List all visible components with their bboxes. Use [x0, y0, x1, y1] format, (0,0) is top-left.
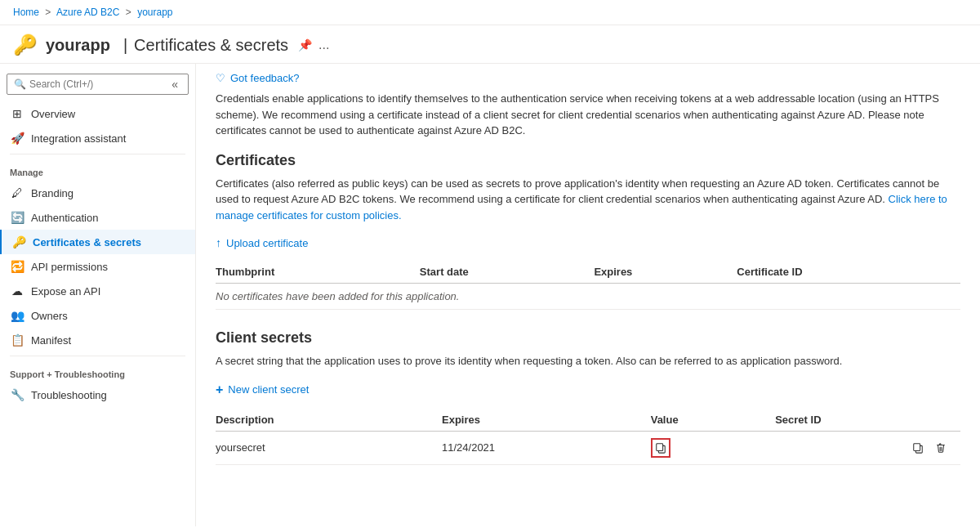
client-secrets-table: Description Expires Value Secret ID your…: [216, 407, 960, 465]
sidebar-item-troubleshooting[interactable]: 🔧 Troubleshooting: [0, 383, 195, 407]
integration-icon: 🚀: [10, 132, 24, 145]
sidebar-item-authentication[interactable]: 🔄 Authentication: [0, 205, 195, 230]
search-icon: 🔍: [14, 78, 26, 90]
feedback-heart-icon: ♡: [216, 72, 225, 84]
copy-secret-id-icon[interactable]: [908, 438, 928, 458]
app-name: yourapp: [46, 36, 110, 55]
client-secrets-description: A secret string that the application use…: [216, 353, 951, 369]
sidebar-label-integration: Integration assistant: [31, 132, 126, 145]
col-certificate-id: Certificate ID: [737, 259, 960, 284]
title-separator: |: [123, 36, 127, 55]
page-header: 🔑 yourapp | Certificates & secrets 📌 ...: [0, 25, 980, 64]
auth-icon: 🔄: [10, 211, 24, 224]
plus-icon: +: [216, 383, 223, 397]
support-section-title: Support + Troubleshooting: [0, 360, 195, 383]
certificates-icon: 🔑: [11, 235, 26, 248]
secret-value: [651, 431, 775, 464]
key-icon: 🔑: [13, 34, 38, 56]
col-expires: Expires: [442, 407, 651, 432]
breadcrumb: Home > Azure AD B2C > yourapp: [0, 0, 980, 25]
breadcrumb-yourapp[interactable]: yourapp: [137, 7, 172, 18]
no-certificates-message: No certificates have been added for this…: [216, 284, 960, 310]
col-description: Description: [216, 407, 442, 432]
sidebar-item-manifest[interactable]: 📋 Manifest: [0, 328, 195, 352]
pin-icon[interactable]: 📌: [298, 38, 312, 51]
owners-icon: 👥: [10, 309, 24, 322]
troubleshooting-icon: 🔧: [10, 388, 24, 401]
main-layout: 🔍 « ⊞ Overview 🚀 Integration assistant M…: [0, 64, 980, 526]
intro-description: Credentials enable applications to ident…: [216, 91, 951, 139]
overview-icon: ⊞: [10, 107, 24, 120]
api-icon: 🔁: [10, 260, 24, 273]
sidebar-label-troubleshooting: Troubleshooting: [31, 389, 107, 401]
copy-value-icon-highlighted[interactable]: [651, 438, 670, 458]
col-value: Value: [651, 407, 775, 432]
svg-rect-1: [656, 443, 662, 450]
more-actions-icon[interactable]: ...: [318, 38, 329, 52]
sidebar: 🔍 « ⊞ Overview 🚀 Integration assistant M…: [0, 64, 196, 526]
sidebar-item-certificates[interactable]: 🔑 Certificates & secrets: [0, 230, 195, 254]
table-row: yoursecret 11/24/2021: [216, 431, 960, 464]
sidebar-label-manifest: Manifest: [31, 334, 71, 347]
branding-icon: 🖊: [10, 186, 24, 199]
sidebar-label-branding: Branding: [31, 187, 74, 199]
sidebar-item-branding[interactable]: 🖊 Branding: [0, 181, 195, 205]
col-start-date: Start date: [420, 259, 595, 284]
col-thumbprint: Thumbprint: [216, 259, 420, 284]
sidebar-item-owners[interactable]: 👥 Owners: [0, 303, 195, 328]
expose-api-icon: ☁: [10, 284, 24, 298]
sidebar-label-expose-api: Expose an API: [31, 285, 100, 298]
search-input[interactable]: [29, 78, 168, 90]
sidebar-label-authentication: Authentication: [31, 212, 98, 224]
breadcrumb-home[interactable]: Home: [13, 7, 39, 18]
sidebar-item-api-permissions[interactable]: 🔁 API permissions: [0, 254, 195, 279]
sidebar-item-integration[interactable]: 🚀 Integration assistant: [0, 126, 195, 150]
certificates-heading: Certificates: [216, 152, 960, 169]
header-actions: 📌 ...: [298, 38, 329, 52]
certificates-table: Thumbprint Start date Expires Certificat…: [216, 259, 960, 310]
main-content: ♡ Got feedback? Credentials enable appli…: [196, 64, 980, 526]
manage-section-title: Manage: [0, 158, 195, 181]
sidebar-item-expose-api[interactable]: ☁ Expose an API: [0, 279, 195, 303]
col-secret-id: Secret ID: [775, 407, 960, 432]
table-row-empty: No certificates have been added for this…: [216, 284, 960, 310]
upload-icon: ↑: [216, 236, 221, 249]
manifest-icon: 📋: [10, 333, 24, 347]
col-expires: Expires: [594, 259, 737, 284]
sidebar-item-overview[interactable]: ⊞ Overview: [0, 101, 195, 126]
collapse-icon[interactable]: «: [168, 78, 181, 91]
sidebar-label-certificates: Certificates & secrets: [33, 236, 141, 248]
new-client-secret-button[interactable]: + New client secret: [216, 379, 309, 400]
sidebar-label-api: API permissions: [31, 261, 108, 273]
page-title: Certificates & secrets: [134, 36, 288, 55]
secret-id-cell: [775, 431, 960, 464]
client-secrets-heading: Client secrets: [216, 329, 960, 347]
svg-rect-3: [914, 443, 920, 450]
secret-description: yoursecret: [216, 431, 442, 464]
secret-expires: 11/24/2021: [442, 431, 651, 464]
feedback-label: Got feedback?: [230, 72, 300, 84]
certificates-description: Certificates (also referred as public ke…: [216, 176, 951, 224]
sidebar-label-overview: Overview: [31, 108, 75, 120]
sidebar-label-owners: Owners: [31, 310, 68, 322]
feedback-bar[interactable]: ♡ Got feedback?: [216, 64, 960, 91]
delete-secret-icon[interactable]: [931, 438, 951, 458]
breadcrumb-azure[interactable]: Azure AD B2C: [56, 7, 119, 18]
upload-certificate-button[interactable]: ↑ Upload certificate: [216, 233, 308, 253]
